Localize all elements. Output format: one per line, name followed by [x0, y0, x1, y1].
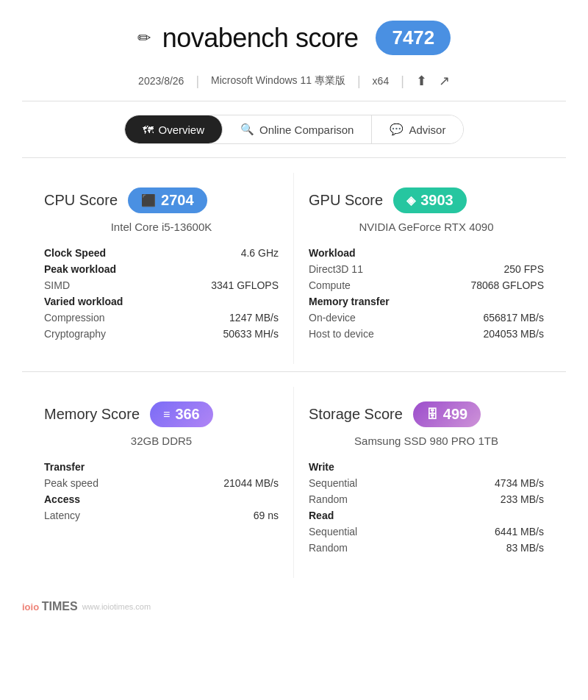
storage-pill-icon: 🗄 — [426, 408, 438, 421]
stat-label: Access — [44, 493, 80, 505]
memory-pill-icon: ≡ — [163, 408, 170, 421]
cpu-section: CPU Score ⬛ 2704 Intel Core i5-13600K Cl… — [29, 173, 294, 364]
cpu-score-pill: ⬛ 2704 — [128, 188, 207, 213]
stat-row: Direct3D 11250 FPS — [309, 261, 544, 277]
meta-os: Microsoft Windows 11 專業版 — [211, 74, 345, 88]
tab-bar: 🗺 Overview 🔍 Online Comparison 💬 Advisor — [124, 115, 465, 144]
storage-section: Storage Score 🗄 499 Samsung SSD 980 PRO … — [294, 387, 559, 578]
search-icon: 🔍 — [240, 123, 254, 136]
gpu-section: GPU Score ◈ 3903 NVIDIA GeForce RTX 4090… — [294, 173, 559, 364]
stat-label: Sequential — [309, 477, 357, 489]
cpu-stats: Clock Speed4.6 GHzPeak workloadSIMD3341 … — [44, 245, 279, 342]
memory-score-label: Memory Score — [44, 406, 140, 423]
memory-score-value: 366 — [175, 406, 199, 423]
stat-row: Host to device204053 MB/s — [309, 326, 544, 342]
gpu-score-label: GPU Score — [309, 192, 383, 209]
stat-row: Sequential6441 MB/s — [309, 524, 544, 540]
cpu-score-label: CPU Score — [44, 192, 118, 209]
stat-value: 4734 MB/s — [495, 477, 544, 489]
stat-label: Write — [309, 461, 334, 473]
gpu-header: GPU Score ◈ 3903 — [309, 188, 544, 213]
memory-score-pill: ≡ 366 — [150, 401, 213, 427]
meta-sep-2: | — [357, 74, 361, 89]
tab-comparison-label: Online Comparison — [259, 124, 354, 136]
meta-date: 2023/8/26 — [138, 75, 184, 87]
stat-row: Memory transfer — [309, 293, 544, 310]
stat-row: Read — [309, 507, 544, 524]
stat-row: Random83 MB/s — [309, 540, 544, 556]
stat-label: Clock Speed — [44, 247, 106, 259]
stat-row: Random233 MB/s — [309, 491, 544, 507]
stat-row: Clock Speed4.6 GHz — [44, 245, 279, 261]
stat-value: 83 MB/s — [506, 542, 544, 554]
stat-row: Access — [44, 491, 279, 507]
stat-value: 69 ns — [254, 510, 279, 521]
storage-score-value: 499 — [443, 406, 467, 423]
stat-label: Cryptography — [44, 328, 106, 340]
stat-label: Random — [309, 542, 348, 554]
gpu-stats: WorkloadDirect3D 11250 FPSCompute78068 G… — [309, 245, 544, 342]
meta-sep-3: | — [401, 74, 404, 89]
bottom-scores-grid: Memory Score ≡ 366 32GB DDR5 TransferPea… — [0, 372, 588, 585]
tab-advisor[interactable]: 💬 Advisor — [372, 115, 463, 143]
stat-label: Latency — [44, 510, 80, 521]
stat-value: 78068 GFLOPS — [470, 279, 544, 291]
memory-header: Memory Score ≡ 366 — [44, 401, 279, 427]
top-scores-grid: CPU Score ⬛ 2704 Intel Core i5-13600K Cl… — [0, 158, 588, 371]
stat-label: Peak speed — [44, 477, 98, 489]
stat-value: 1247 MB/s — [229, 312, 279, 324]
stat-label: On-device — [309, 312, 356, 324]
stat-row: Peak workload — [44, 261, 279, 277]
meta-bar: 2023/8/26 | Microsoft Windows 11 專業版 | x… — [0, 67, 588, 101]
stat-label: Host to device — [309, 328, 374, 340]
stat-row: Transfer — [44, 459, 279, 475]
cpu-pill-icon: ⬛ — [141, 193, 156, 207]
meta-sep-1: | — [196, 74, 199, 89]
stat-row: Compute78068 GFLOPS — [309, 277, 544, 293]
upload-icon[interactable]: ⬆ — [416, 73, 427, 89]
storage-score-label: Storage Score — [309, 406, 403, 423]
watermark-logo: ioio TIMES — [22, 600, 78, 613]
stat-value: 21044 MB/s — [223, 477, 279, 489]
gpu-score-pill: ◈ 3903 — [393, 188, 467, 213]
storage-device-name: Samsung SSD 980 PRO 1TB — [309, 435, 544, 447]
tab-comparison[interactable]: 🔍 Online Comparison — [223, 115, 372, 143]
memory-device-name: 32GB DDR5 — [44, 435, 279, 447]
cpu-header: CPU Score ⬛ 2704 — [44, 188, 279, 213]
cpu-device-name: Intel Core i5-13600K — [44, 221, 279, 233]
gpu-pill-icon: ◈ — [406, 193, 415, 207]
stat-value: 250 FPS — [504, 263, 544, 275]
gpu-device-name: NVIDIA GeForce RTX 4090 — [309, 221, 544, 233]
memory-section: Memory Score ≡ 366 32GB DDR5 TransferPea… — [29, 387, 294, 578]
storage-stats: WriteSequential4734 MB/sRandom233 MB/sRe… — [309, 459, 544, 556]
watermark-times: TIMES — [42, 600, 78, 612]
tabs-container: 🗺 Overview 🔍 Online Comparison 💬 Advisor — [0, 101, 588, 157]
edit-icon[interactable]: ✏ — [137, 29, 151, 48]
stat-label: Random — [309, 493, 348, 505]
stat-value: 6441 MB/s — [495, 526, 544, 538]
stat-row: Cryptography50633 MH/s — [44, 326, 279, 342]
memory-stats: TransferPeak speed21044 MB/sAccessLatenc… — [44, 459, 279, 524]
stat-row: SIMD3341 GFLOPS — [44, 277, 279, 293]
overview-icon: 🗺 — [143, 124, 154, 136]
stat-value: 204053 MB/s — [484, 328, 545, 340]
external-link-icon[interactable]: ↗ — [439, 73, 450, 89]
stat-label: SIMD — [44, 279, 70, 291]
watermark: ioio TIMES www.ioiotimes.com — [0, 585, 588, 628]
total-score-badge: 7472 — [376, 21, 451, 55]
stat-label: Direct3D 11 — [309, 263, 363, 275]
stat-label: Compression — [44, 312, 104, 324]
watermark-prefix: ioio — [22, 601, 39, 612]
stat-label: Varied workload — [44, 296, 123, 307]
stat-row: Workload — [309, 245, 544, 261]
stat-label: Sequential — [309, 526, 357, 538]
tab-overview[interactable]: 🗺 Overview — [125, 115, 223, 143]
stat-row: Latency69 ns — [44, 507, 279, 524]
stat-label: Transfer — [44, 461, 85, 473]
stat-label: Workload — [309, 247, 356, 259]
stat-row: Peak speed21044 MB/s — [44, 475, 279, 491]
header: ✏ novabench score 7472 — [0, 0, 588, 67]
stat-value: 4.6 GHz — [241, 247, 279, 259]
stat-row: Write — [309, 459, 544, 475]
stat-label: Peak workload — [44, 263, 116, 275]
